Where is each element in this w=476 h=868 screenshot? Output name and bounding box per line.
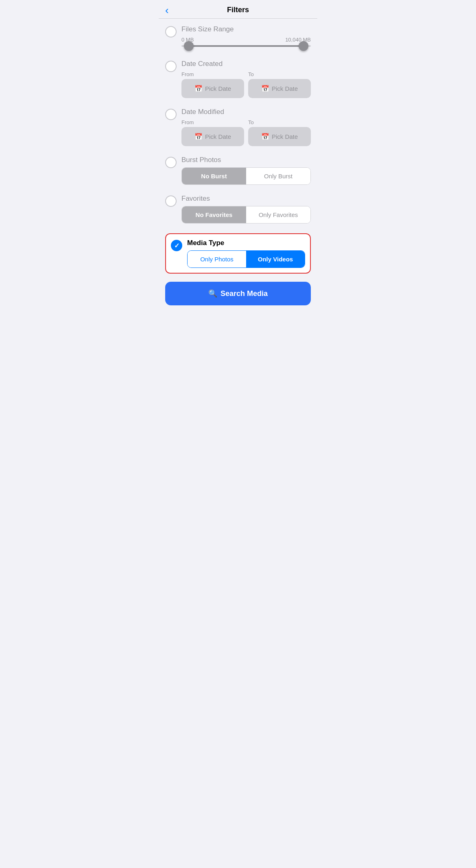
file-size-label: Files Size Range bbox=[181, 25, 311, 33]
range-labels: 0 MB 10,040 MB bbox=[181, 37, 311, 43]
range-max-label: 10,040 MB bbox=[285, 37, 311, 43]
date-modified-from-label: From bbox=[181, 119, 244, 125]
slider-thumb-left[interactable] bbox=[184, 41, 194, 51]
favorites-radio-container bbox=[165, 195, 177, 207]
date-created-from-label: From bbox=[181, 71, 244, 77]
date-modified-radio-container bbox=[165, 109, 177, 120]
date-created-content: Date Created From 📅 Pick Date To 📅 Pick … bbox=[181, 60, 311, 98]
calendar-icon-to: 📅 bbox=[261, 85, 269, 92]
date-modified-from-col: From 📅 Pick Date bbox=[181, 119, 244, 146]
date-created-radio[interactable] bbox=[165, 61, 177, 72]
slider-fill bbox=[187, 45, 306, 47]
calendar-icon-from: 📅 bbox=[194, 85, 203, 92]
favorites-label: Favorites bbox=[181, 195, 311, 203]
file-size-radio[interactable] bbox=[165, 26, 177, 37]
favorites-content: Favorites No Favorites Only Favorites bbox=[181, 195, 311, 224]
search-media-button[interactable]: 🔍 Search Media bbox=[165, 282, 311, 305]
date-created-section: Date Created From 📅 Pick Date To 📅 Pick … bbox=[165, 60, 311, 98]
back-button[interactable]: ‹ bbox=[165, 5, 169, 15]
date-created-from-text: Pick Date bbox=[205, 85, 231, 92]
media-type-radio-container bbox=[171, 240, 182, 251]
file-size-radio-container bbox=[165, 26, 177, 37]
calendar-icon-mod-to: 📅 bbox=[261, 133, 269, 140]
search-button-label: Search Media bbox=[221, 289, 268, 298]
burst-content: Burst Photos No Burst Only Burst bbox=[181, 156, 311, 185]
burst-only-option[interactable]: Only Burst bbox=[246, 168, 310, 184]
burst-no-option[interactable]: No Burst bbox=[182, 168, 246, 184]
header: ‹ Filters bbox=[159, 0, 317, 19]
slider-track[interactable] bbox=[181, 45, 311, 47]
date-created-label: Date Created bbox=[181, 60, 311, 68]
burst-toggle: No Burst Only Burst bbox=[181, 167, 311, 185]
favorites-toggle: No Favorites Only Favorites bbox=[181, 206, 311, 224]
date-modified-from-button[interactable]: 📅 Pick Date bbox=[181, 127, 244, 146]
burst-photos-section: Burst Photos No Burst Only Burst bbox=[165, 156, 311, 185]
page-title: Filters bbox=[227, 6, 249, 14]
media-type-videos-option[interactable]: Only Videos bbox=[246, 251, 305, 267]
media-type-radio[interactable] bbox=[171, 240, 182, 251]
date-created-row: From 📅 Pick Date To 📅 Pick Date bbox=[181, 71, 311, 98]
media-type-wrapper: Media Type Only Photos Only Videos bbox=[165, 233, 311, 274]
date-modified-content: Date Modified From 📅 Pick Date To 📅 Pick… bbox=[181, 108, 311, 146]
date-modified-to-text: Pick Date bbox=[272, 133, 298, 140]
date-modified-from-text: Pick Date bbox=[205, 133, 231, 140]
media-type-label: Media Type bbox=[187, 239, 305, 247]
date-modified-section: Date Modified From 📅 Pick Date To 📅 Pick… bbox=[165, 108, 311, 146]
date-created-to-text: Pick Date bbox=[272, 85, 298, 92]
media-type-content: Media Type Only Photos Only Videos bbox=[187, 239, 305, 268]
date-created-from-button[interactable]: 📅 Pick Date bbox=[181, 79, 244, 98]
burst-label: Burst Photos bbox=[181, 156, 311, 164]
favorites-section: Favorites No Favorites Only Favorites bbox=[165, 195, 311, 224]
burst-radio-container bbox=[165, 157, 177, 168]
favorites-radio[interactable] bbox=[165, 195, 177, 207]
date-created-to-col: To 📅 Pick Date bbox=[248, 71, 311, 98]
date-modified-to-label: To bbox=[248, 119, 311, 125]
media-type-section: Media Type Only Photos Only Videos bbox=[171, 239, 305, 268]
media-type-photos-option[interactable]: Only Photos bbox=[188, 251, 246, 267]
search-icon: 🔍 bbox=[208, 289, 217, 298]
filter-content: Files Size Range 0 MB 10,040 MB Date Cre… bbox=[159, 19, 317, 305]
burst-radio[interactable] bbox=[165, 157, 177, 168]
date-modified-to-col: To 📅 Pick Date bbox=[248, 119, 311, 146]
date-created-radio-container bbox=[165, 61, 177, 72]
date-created-from-col: From 📅 Pick Date bbox=[181, 71, 244, 98]
slider-thumb-right[interactable] bbox=[299, 41, 308, 51]
date-modified-radio[interactable] bbox=[165, 109, 177, 120]
date-modified-to-button[interactable]: 📅 Pick Date bbox=[248, 127, 311, 146]
favorites-no-option[interactable]: No Favorites bbox=[182, 206, 246, 223]
media-type-toggle: Only Photos Only Videos bbox=[187, 250, 305, 268]
file-size-section: Files Size Range 0 MB 10,040 MB bbox=[165, 25, 311, 50]
date-modified-row: From 📅 Pick Date To 📅 Pick Date bbox=[181, 119, 311, 146]
date-modified-label: Date Modified bbox=[181, 108, 311, 116]
date-created-to-button[interactable]: 📅 Pick Date bbox=[248, 79, 311, 98]
calendar-icon-mod-from: 📅 bbox=[194, 133, 203, 140]
file-size-content: Files Size Range 0 MB 10,040 MB bbox=[181, 25, 311, 50]
favorites-only-option[interactable]: Only Favorites bbox=[246, 206, 310, 223]
date-created-to-label: To bbox=[248, 71, 311, 77]
